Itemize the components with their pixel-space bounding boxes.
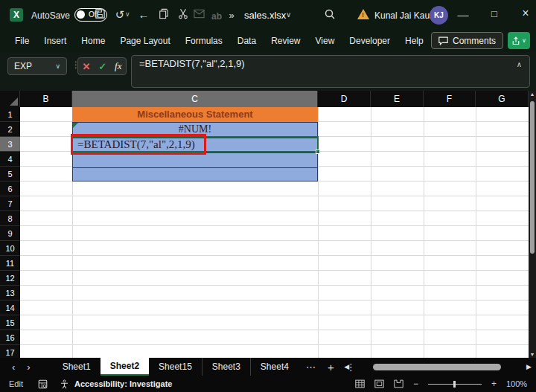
column-headers: BCDEFG (0, 91, 536, 107)
search-icon[interactable] (323, 8, 336, 22)
column-header-G[interactable]: G (476, 91, 529, 107)
scroll-right-icon[interactable]: ▶ (526, 363, 532, 370)
minimize-button[interactable]: — (456, 8, 470, 22)
spreadsheet-grid: BCDEFG 1234567891011121314151617 Miscell… (0, 91, 536, 358)
sheet-tab-sheet1[interactable]: Sheet1 (53, 358, 100, 376)
back-arrow-icon[interactable]: ← (137, 8, 150, 22)
row-header-1[interactable]: 1 (0, 107, 20, 122)
ribbon-tab-file[interactable]: File (12, 34, 32, 48)
horizontal-scroll-thumb[interactable] (373, 364, 501, 370)
row-header-3[interactable]: 3 (0, 137, 20, 152)
vertical-scroll-thumb[interactable] (530, 101, 535, 254)
scroll-left-icon[interactable]: ◀ (344, 363, 349, 370)
row-header-14[interactable]: 14 (0, 301, 20, 315)
zoom-slider-handle[interactable] (453, 381, 456, 388)
ribbon-tab-home[interactable]: Home (78, 34, 108, 48)
vertical-scrollbar[interactable]: ▲ ▼ (529, 91, 536, 358)
row-header-11[interactable]: 11 (0, 256, 20, 271)
sheet-cells-area[interactable]: Miscellaneous Statement #NUM! =BETADIST(… (20, 107, 529, 358)
sheet-tab-bar: ‹ › Sheet1Sheet2Sheet15Sheet3Sheet4 ⋯ + … (0, 358, 536, 376)
accessibility-icon[interactable] (60, 379, 69, 389)
row-header-7[interactable]: 7 (0, 196, 20, 211)
ribbon-tab-formulas[interactable]: Formulas (182, 34, 226, 48)
sheet-tab-sheet15[interactable]: Sheet15 (149, 358, 202, 376)
more-sheets-icon[interactable]: ⋯ (306, 362, 316, 373)
autosave-label: AutoSave (31, 10, 70, 21)
status-bar-right: − + 100% (355, 379, 529, 389)
undo-chevron-icon[interactable]: ∨ (125, 10, 130, 18)
ribbon-tab-view[interactable]: View (313, 34, 338, 48)
column-header-B[interactable]: B (20, 91, 72, 107)
column-header-E[interactable]: E (371, 91, 424, 107)
row-header-15[interactable]: 15 (0, 315, 20, 330)
ribbon-tab-help[interactable]: Help (402, 34, 427, 48)
row-header-5[interactable]: 5 (0, 167, 20, 181)
name-box-chevron-icon[interactable]: ∨ (55, 62, 60, 70)
column-header-C[interactable]: C (72, 91, 318, 107)
zoom-out-button[interactable]: − (413, 379, 418, 389)
column-header-F[interactable]: F (424, 91, 476, 107)
sheet-nav-right-icon[interactable]: › (21, 362, 36, 373)
close-button[interactable]: × (519, 7, 532, 20)
zoom-in-button[interactable]: + (491, 379, 497, 389)
warning-icon[interactable] (357, 9, 369, 19)
accessibility-status[interactable]: Accessibility: Investigate (74, 379, 172, 388)
sheet-nav-left-icon[interactable]: ‹ (6, 362, 21, 373)
ribbon-tab-page-layout[interactable]: Page Layout (117, 34, 173, 48)
ribbon: FileInsertHomePage LayoutFormulasDataRev… (0, 30, 536, 52)
horizontal-scrollbar[interactable]: ◀ ▶ (344, 358, 532, 376)
document-title-chevron-icon[interactable]: ∨ (286, 10, 291, 19)
sheet-tab-sheet4[interactable]: Sheet4 (250, 358, 299, 376)
document-title[interactable]: sales.xlsx (244, 10, 286, 21)
cut-scissors-icon[interactable] (176, 8, 190, 22)
name-box-value: EXP (14, 61, 32, 71)
row-header-2[interactable]: 2 (0, 122, 20, 137)
normal-view-icon[interactable] (355, 379, 365, 388)
comments-button[interactable]: Comments (431, 32, 503, 49)
sheet-tab-sheet2[interactable]: Sheet2 (100, 358, 149, 376)
toolbar-overflow-icon[interactable]: » (225, 9, 238, 22)
comments-label: Comments (453, 36, 496, 46)
row-header-10[interactable]: 10 (0, 241, 20, 256)
macro-record-icon[interactable] (38, 379, 48, 389)
zoom-slider[interactable] (428, 380, 482, 388)
avatar[interactable]: KJ (430, 6, 448, 25)
scroll-up-icon[interactable]: ▲ (529, 91, 536, 97)
insert-function-button[interactable]: fx (115, 60, 121, 72)
save-icon[interactable] (93, 8, 106, 22)
row-header-8[interactable]: 8 (0, 211, 20, 226)
share-button[interactable]: ∨ (508, 32, 530, 49)
ribbon-tab-review[interactable]: Review (268, 34, 303, 48)
formula-input[interactable]: =BETADIST(7,"al",2,1,9) ∧ (131, 55, 530, 88)
maximize-button[interactable]: □ (488, 7, 501, 21)
ribbon-tab-developer[interactable]: Developer (346, 34, 393, 48)
gridline (476, 107, 476, 358)
column-header-D[interactable]: D (318, 91, 371, 107)
select-all-corner[interactable] (0, 91, 20, 107)
confirm-entry-button[interactable]: ✓ (98, 61, 106, 72)
cell-C1[interactable]: Miscellaneous Statement (72, 107, 318, 122)
add-sheet-button[interactable]: + (328, 361, 334, 373)
fill-handle[interactable] (316, 150, 320, 154)
ribbon-tabs: FileInsertHomePage LayoutFormulasDataRev… (0, 34, 489, 48)
cancel-entry-button[interactable]: ✕ (82, 61, 90, 72)
row-header-6[interactable]: 6 (0, 181, 20, 196)
row-header-13[interactable]: 13 (0, 286, 20, 301)
ribbon-tab-data[interactable]: Data (234, 34, 259, 48)
formula-bar-collapse-icon[interactable]: ∧ (517, 60, 522, 68)
row-header-12[interactable]: 12 (0, 271, 20, 286)
row-header-9[interactable]: 9 (0, 226, 20, 241)
name-box[interactable]: EXP ∨ (7, 57, 67, 75)
share-chevron-icon: ∨ (522, 37, 526, 44)
row-header-16[interactable]: 16 (0, 330, 20, 345)
page-break-preview-icon[interactable] (394, 379, 403, 388)
scroll-down-icon[interactable]: ▼ (529, 352, 536, 357)
page-layout-view-icon[interactable] (374, 379, 384, 388)
row-header-17[interactable]: 17 (0, 345, 20, 358)
copy-icon[interactable] (157, 8, 170, 22)
row-header-4[interactable]: 4 (0, 152, 20, 167)
ribbon-tab-insert[interactable]: Insert (41, 34, 69, 48)
zoom-level[interactable]: 100% (506, 379, 529, 388)
sheet-tab-sheet3[interactable]: Sheet3 (202, 358, 250, 376)
horizontal-scroll-track[interactable] (354, 362, 522, 371)
